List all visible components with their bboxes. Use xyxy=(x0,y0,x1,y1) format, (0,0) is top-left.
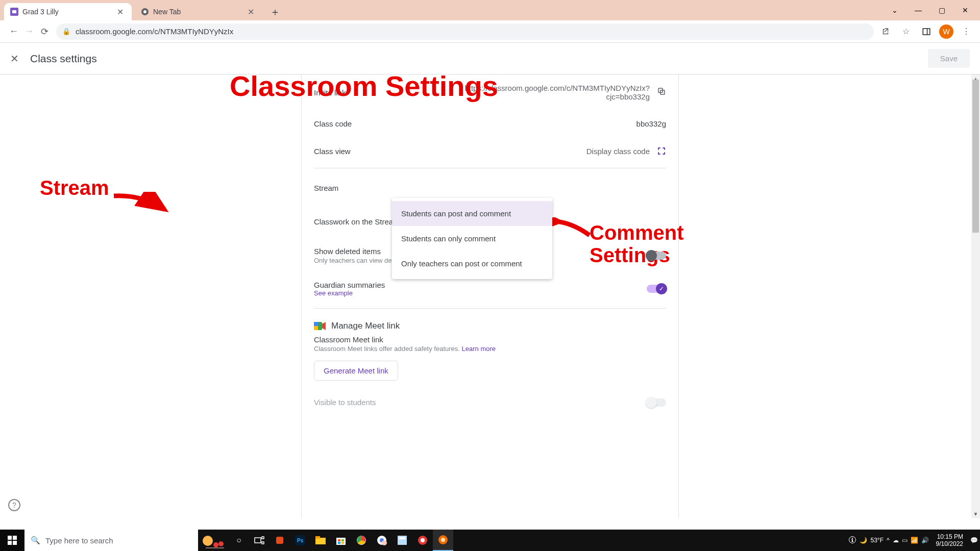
meet-learn-more-link[interactable]: Learn more xyxy=(462,345,496,353)
svg-rect-4 xyxy=(923,29,930,35)
browser-tab-active[interactable]: Grad 3 Lilly ✕ xyxy=(4,3,132,20)
svg-rect-22 xyxy=(276,537,283,544)
page-title: Class settings xyxy=(30,53,97,65)
win-maximize-icon[interactable]: ▢ xyxy=(930,0,953,20)
address-bar[interactable]: 🔒 classroom.google.com/c/NTM3MTIyNDYyNzI… xyxy=(56,23,874,40)
visible-to-students-toggle xyxy=(647,398,666,407)
chrome-pinned-icon[interactable] xyxy=(351,530,372,551)
volume-icon[interactable]: 🔊 xyxy=(921,537,929,544)
win-minimize-icon[interactable]: — xyxy=(906,0,930,20)
cortana-icon[interactable]: ○ xyxy=(229,530,249,551)
action-center-icon[interactable]: 💬 xyxy=(970,537,978,544)
browser-tab-inactive[interactable]: New Tab ✕ xyxy=(135,3,262,20)
help-icon[interactable]: ? xyxy=(8,499,20,511)
meet-header: Manage Meet link xyxy=(314,312,666,335)
chrome-profile-icon[interactable] xyxy=(372,530,392,551)
svg-rect-27 xyxy=(336,538,346,545)
chrome-toolbar: ← → ⟳ 🔒 classroom.google.com/c/NTM3MTIyN… xyxy=(0,20,980,43)
onedrive-icon[interactable]: ☁ xyxy=(893,537,899,544)
svg-rect-19 xyxy=(255,538,261,543)
profile-avatar[interactable]: W xyxy=(939,24,953,39)
battery-icon[interactable]: ▭ xyxy=(902,537,908,544)
divider xyxy=(314,308,666,309)
system-tray: 🛈 🌙 53°F ^ ☁ ▭ 📶 🔊 10:15 PM 9/10/2022 💬 xyxy=(848,530,980,551)
copy-icon[interactable] xyxy=(657,87,666,98)
tab-close-icon[interactable]: ✕ xyxy=(115,7,126,17)
classroom-content: Classroom Settings Stream Comment Settin… xyxy=(0,74,980,518)
scrollbar-track[interactable]: ▲ ▼ xyxy=(971,74,980,518)
tab-close-icon[interactable]: ✕ xyxy=(246,7,256,17)
annotation-title: Classroom Settings xyxy=(230,74,498,103)
chrome-tab-strip: Grad 3 Lilly ✕ New Tab ✕ ＋ ⌄ — ▢ ✕ xyxy=(0,0,980,20)
svg-rect-11 xyxy=(8,536,12,540)
win-dropdown-icon[interactable]: ⌄ xyxy=(883,0,906,20)
visible-to-students-row: Visible to students xyxy=(314,390,666,415)
nav-reload-icon[interactable]: ⟳ xyxy=(37,24,52,39)
win-close-icon[interactable]: ✕ xyxy=(953,0,977,20)
taskbar-clock[interactable]: 10:15 PM 9/10/2022 xyxy=(932,533,967,548)
svg-point-36 xyxy=(382,540,387,545)
google-meet-icon xyxy=(314,321,326,331)
dropdown-option-teachers-only[interactable]: Only teachers can post or comment xyxy=(392,251,552,276)
class-view-row: Class view Display class code xyxy=(314,137,666,165)
svg-point-16 xyxy=(213,542,218,547)
class-code-label: Class code xyxy=(314,119,426,128)
classwork-stream-label: Classwork on the Stream xyxy=(314,217,400,226)
taskbar-search[interactable]: 🔍 Type here to search xyxy=(24,530,198,551)
lock-icon: 🔒 xyxy=(62,28,70,35)
meet-link-desc: Classroom Meet links offer added safety … xyxy=(314,345,666,353)
chrome-alt-icon[interactable] xyxy=(412,530,433,551)
nav-forward-icon[interactable]: → xyxy=(21,24,37,39)
dropdown-option-only-comment[interactable]: Students can only comment xyxy=(392,226,552,251)
task-view-icon[interactable] xyxy=(249,530,270,551)
new-tab-button[interactable]: ＋ xyxy=(267,4,283,19)
search-icon: 🔍 xyxy=(31,536,40,545)
save-button[interactable]: Save xyxy=(928,49,970,68)
tab-title: Grad 3 Lilly xyxy=(22,8,59,16)
app-icon[interactable] xyxy=(392,530,412,551)
svg-rect-20 xyxy=(262,537,264,539)
scroll-down-arrow-icon[interactable]: ▼ xyxy=(971,510,980,518)
bookmark-star-icon[interactable]: ☆ xyxy=(898,24,914,39)
photoshop-icon[interactable]: Ps xyxy=(290,530,310,551)
wifi-icon[interactable]: 📶 xyxy=(911,537,918,544)
windows-taskbar: 🔍 Type here to search ○ Ps 🛈 🌙 53°F ^ ☁ … xyxy=(0,530,980,551)
chrome-menu-icon[interactable]: ⋮ xyxy=(959,24,974,39)
divider xyxy=(314,168,666,168)
svg-rect-14 xyxy=(13,541,17,545)
svg-rect-1 xyxy=(12,10,16,13)
dropdown-option-post-comment[interactable]: Students can post and comment xyxy=(392,201,552,226)
annotation-comment-1: Comment xyxy=(590,221,683,244)
svg-rect-38 xyxy=(399,537,405,539)
display-class-code-button[interactable]: Display class code xyxy=(586,146,666,156)
guardian-see-example-link[interactable]: See example xyxy=(314,289,385,297)
url-text: classroom.google.com/c/NTM3MTIyNDYyNzIx xyxy=(76,27,233,36)
side-panel-icon[interactable] xyxy=(919,24,934,39)
meet-header-text: Manage Meet link xyxy=(331,321,400,331)
chrome-running-icon[interactable] xyxy=(433,530,453,551)
svg-rect-31 xyxy=(341,542,344,544)
weather-text[interactable]: 53°F xyxy=(870,537,883,544)
show-deleted-toggle[interactable] xyxy=(647,252,666,260)
guardian-toggle[interactable] xyxy=(647,285,666,293)
office-icon[interactable] xyxy=(270,530,290,551)
share-icon[interactable] xyxy=(878,24,893,39)
tray-chevron-icon[interactable]: ^ xyxy=(887,537,890,544)
annotation-arrow-icon xyxy=(551,217,592,243)
tray-help-icon[interactable]: 🛈 xyxy=(848,536,856,545)
tab-title: New Tab xyxy=(153,8,181,16)
svg-rect-9 xyxy=(314,322,318,326)
window-controls: ⌄ — ▢ ✕ xyxy=(883,0,980,20)
meet-link-title: Classroom Meet link xyxy=(314,335,666,344)
nav-back-icon[interactable]: ← xyxy=(6,24,21,39)
taskbar-widget-icon[interactable] xyxy=(198,530,229,551)
file-explorer-icon[interactable] xyxy=(310,530,331,551)
generate-meet-link-button[interactable]: Generate Meet link xyxy=(314,361,398,381)
scrollbar-thumb[interactable] xyxy=(972,80,979,233)
svg-rect-21 xyxy=(262,542,264,544)
ms-store-icon[interactable] xyxy=(331,530,351,551)
svg-point-3 xyxy=(143,10,146,13)
start-button[interactable] xyxy=(0,530,24,551)
close-settings-icon[interactable]: ✕ xyxy=(10,53,19,65)
weather-icon[interactable]: 🌙 xyxy=(860,537,867,544)
